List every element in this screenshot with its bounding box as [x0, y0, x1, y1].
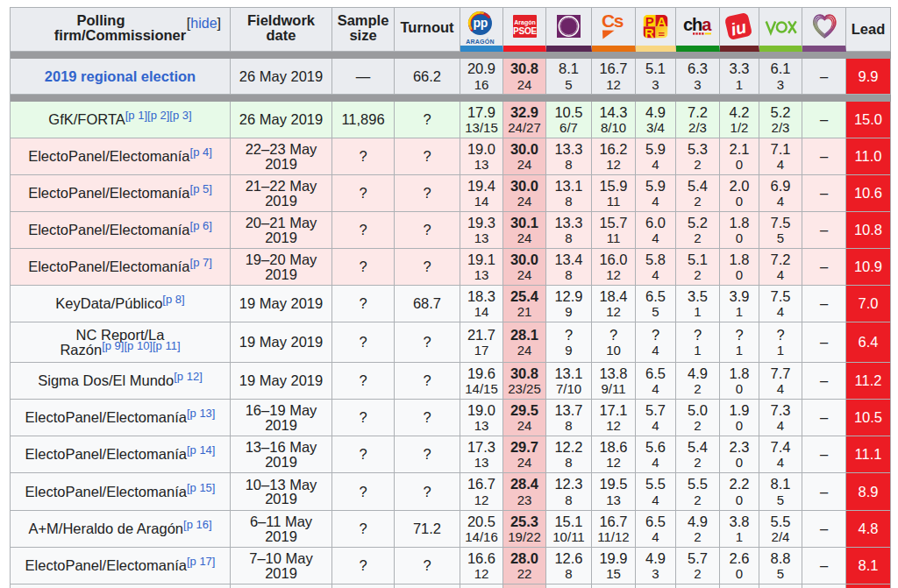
svg-text:PSOE: PSOE: [513, 26, 538, 36]
svg-text:pp: pp: [474, 16, 488, 30]
svg-text:ARAGÓN: ARAGÓN: [466, 38, 494, 45]
svg-text:Cs: Cs: [602, 11, 624, 31]
svg-text:Aragón: Aragón: [514, 19, 536, 26]
svg-text:R: R: [645, 25, 654, 40]
svg-text:A: A: [657, 14, 666, 29]
svg-text:cha: cha: [683, 15, 712, 34]
